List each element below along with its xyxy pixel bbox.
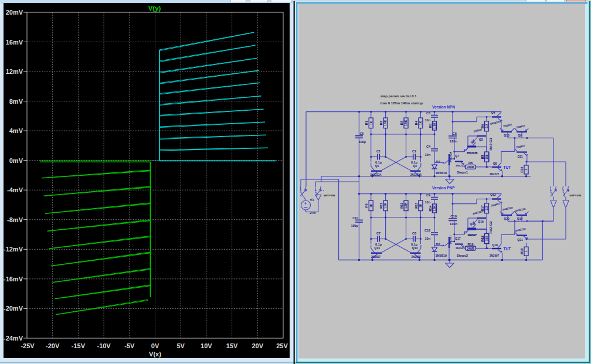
svg-text:-8mV: -8mV — [7, 216, 23, 223]
svg-text:1: 1 — [524, 250, 528, 252]
svg-text:-15V: -15V — [72, 342, 86, 349]
svg-text:2N2907: 2N2907 — [449, 235, 452, 244]
svg-text:1.5K: 1.5K — [404, 120, 407, 126]
svg-text:100µ: 100µ — [359, 140, 366, 144]
svg-text:.tran 0 170m 140m startup: .tran 0 170m 140m startup — [379, 101, 423, 105]
svg-text:150: 150 — [485, 236, 488, 241]
svg-text:R3: R3 — [400, 121, 403, 125]
svg-text:C7: C7 — [376, 232, 381, 235]
svg-text:10V: 10V — [201, 342, 212, 349]
svg-text:-25V: -25V — [21, 342, 35, 349]
svg-text:1.5K: 1.5K — [433, 123, 436, 129]
svg-text:2N2222A: 2N2222A — [467, 151, 478, 154]
svg-text:2N2907: 2N2907 — [490, 254, 500, 257]
svg-text:-20V: -20V — [46, 342, 60, 349]
svg-text:-4mV: -4mV — [7, 186, 23, 193]
svg-text:R7: R7 — [481, 155, 484, 159]
svg-text:R4: R4 — [415, 120, 418, 125]
svg-text:8mV: 8mV — [9, 98, 23, 105]
svg-text:Q9: Q9 — [518, 134, 522, 137]
svg-text:16mV: 16mV — [6, 39, 23, 46]
svg-text:R13: R13 — [415, 203, 418, 209]
svg-text:C1: C1 — [376, 149, 381, 153]
svg-text:Q20: Q20 — [504, 217, 510, 220]
svg-text:5V: 5V — [176, 342, 185, 349]
svg-text:-24V: -24V — [309, 211, 316, 215]
svg-text:C11: C11 — [352, 216, 358, 220]
svg-text:Q21: Q21 — [517, 238, 523, 241]
svg-text:Q1: Q1 — [375, 164, 379, 168]
svg-text:-16mV: -16mV — [4, 275, 23, 283]
svg-text:-20mV: -20mV — [4, 305, 23, 312]
svg-text:120n: 120n — [450, 140, 458, 143]
svg-text:1K: 1K — [369, 203, 373, 207]
svg-text:Q7: Q7 — [455, 154, 459, 158]
svg-text:2N2907: 2N2907 — [456, 247, 465, 250]
svg-text:.step param sw list 0 1: .step param sw list 0 1 — [379, 94, 417, 98]
svg-text:2.2: 2.2 — [485, 124, 488, 128]
svg-text:2N2222: 2N2222 — [490, 173, 500, 176]
svg-text:Q13: Q13 — [412, 246, 418, 250]
svg-text:110n: 110n — [450, 222, 457, 226]
svg-text:1.5K: 1.5K — [404, 202, 407, 209]
svg-text:R14: R14 — [429, 205, 432, 212]
svg-text:Q12: Q12 — [490, 193, 496, 196]
svg-text:Version NPN: Version NPN — [432, 105, 455, 109]
svg-text:2.2: 2.2 — [485, 206, 488, 210]
svg-text:10n: 10n — [425, 118, 431, 122]
svg-text:1K: 1K — [419, 121, 422, 125]
svg-text:0.1µ: 0.1µ — [411, 161, 417, 164]
svg-text:Q14: Q14 — [374, 246, 380, 250]
svg-text:TUT: TUT — [504, 165, 511, 169]
svg-text:2N2907: 2N2907 — [468, 233, 477, 236]
svg-text:R11: R11 — [379, 203, 383, 209]
svg-text:R8: R8 — [468, 161, 473, 165]
svg-text:2N2222A: 2N2222A — [449, 151, 452, 162]
svg-text:set=sw: set=sw — [324, 193, 336, 197]
svg-text:12mV: 12mV — [6, 68, 23, 75]
svg-text:240R: 240R — [467, 247, 474, 250]
svg-text:150: 150 — [485, 154, 488, 159]
svg-text:25V: 25V — [276, 342, 288, 349]
svg-text:Version PNP: Version PNP — [432, 186, 455, 190]
svg-text:RA2-G1: RA2-G1 — [489, 138, 492, 151]
svg-text:Steps1: Steps1 — [457, 171, 468, 174]
svg-text:10n: 10n — [425, 237, 431, 240]
svg-text:1N5819: 1N5819 — [436, 171, 447, 175]
svg-text:1.5K: 1.5K — [383, 202, 387, 209]
svg-text:10n: 10n — [425, 200, 431, 204]
svg-text:1K: 1K — [419, 203, 422, 207]
svg-text:C8: C8 — [412, 232, 416, 235]
svg-text:V1: V1 — [310, 198, 315, 202]
svg-text:-24mV: -24mV — [4, 335, 23, 342]
svg-text:-: - — [323, 188, 324, 192]
svg-text:R12: R12 — [400, 203, 403, 209]
svg-text:-12mV: -12mV — [4, 246, 23, 253]
svg-text:Q4: Q4 — [491, 111, 495, 114]
svg-text:C12: C12 — [424, 229, 430, 232]
svg-text:0.1µ: 0.1µ — [411, 243, 417, 246]
svg-text:R16: R16 — [467, 243, 473, 246]
svg-text:V(x): V(x) — [149, 351, 161, 358]
svg-text:1.5K: 1.5K — [433, 205, 436, 212]
svg-text:15V: 15V — [226, 342, 238, 349]
svg-text:-: - — [568, 188, 569, 192]
svg-text:R9: R9 — [365, 203, 368, 207]
svg-text:Q11: Q11 — [517, 155, 522, 158]
svg-text:RA2-G2: RA2-G2 — [489, 221, 492, 233]
svg-text:10n: 10n — [425, 153, 431, 157]
svg-text:1N5819: 1N5819 — [436, 254, 447, 257]
svg-text:20V: 20V — [252, 342, 264, 349]
svg-text:240R: 240R — [467, 165, 474, 169]
svg-text:C5: C5 — [453, 132, 457, 135]
svg-text:Steps2: Steps2 — [457, 254, 468, 257]
svg-text:R18: R18 — [520, 249, 524, 254]
svg-text:Q8: Q8 — [493, 162, 497, 165]
svg-text:100µ: 100µ — [351, 224, 358, 227]
svg-text:C6: C6 — [360, 132, 364, 135]
svg-text:Q16: Q16 — [478, 220, 484, 223]
svg-text:V(y): V(y) — [148, 5, 161, 12]
svg-text:0.1µ: 0.1µ — [375, 243, 382, 246]
svg-text:R2: R2 — [379, 121, 383, 125]
svg-text:Q3: Q3 — [479, 138, 483, 141]
